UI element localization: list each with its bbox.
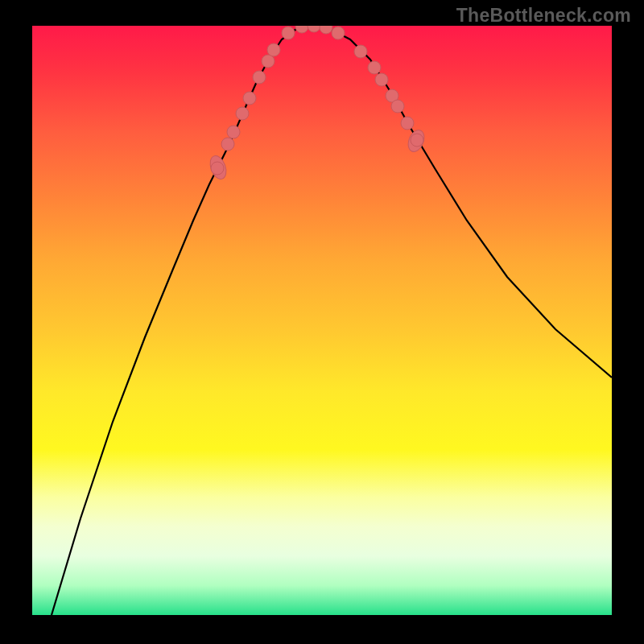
marker-dot: [253, 71, 266, 84]
marker-dot: [262, 55, 275, 68]
marker-dot: [308, 26, 320, 32]
marker-dot: [211, 162, 224, 175]
marker-dot: [221, 138, 234, 151]
marker-dot: [227, 126, 240, 138]
marker-dot: [243, 92, 256, 105]
marker-blobs: [207, 128, 427, 182]
marker-dot: [375, 73, 388, 86]
marker-dot: [267, 43, 280, 56]
marker-dot: [320, 26, 332, 34]
plot-area: [32, 26, 612, 615]
marker-dot: [332, 27, 345, 39]
marker-dots: [211, 26, 423, 175]
marker-dot: [354, 45, 367, 58]
chart-svg: [32, 26, 612, 615]
watermark-text: TheBottleneck.com: [456, 5, 631, 27]
marker-dot: [401, 117, 414, 130]
bottleneck-curve: [52, 26, 612, 615]
marker-dot: [282, 27, 295, 39]
marker-dot: [295, 26, 308, 33]
chart-frame: TheBottleneck.com: [0, 0, 644, 644]
marker-dot: [391, 100, 404, 113]
marker-dot: [368, 61, 381, 74]
marker-dot: [236, 107, 249, 120]
marker-dot: [411, 134, 423, 147]
